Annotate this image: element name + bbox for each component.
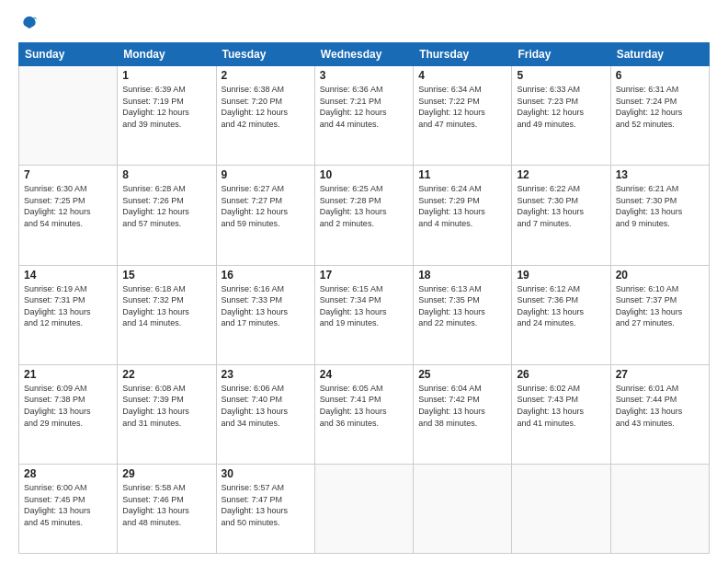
day-info: Sunrise: 6:00 AM Sunset: 7:45 PM Dayligh… [24,482,112,528]
calendar-cell: 8Sunrise: 6:28 AM Sunset: 7:26 PM Daylig… [118,166,216,265]
calendar-cell [19,66,118,166]
day-number: 1 [122,69,210,82]
calendar-table: SundayMondayTuesdayWednesdayThursdayFrid… [18,42,710,554]
calendar-cell [512,465,610,554]
day-info: Sunrise: 5:58 AM Sunset: 7:46 PM Dayligh… [122,482,210,528]
day-number: 26 [517,368,605,381]
weekday-header-saturday: Saturday [610,43,709,66]
day-number: 17 [320,269,408,282]
day-number: 12 [517,168,605,181]
day-number: 28 [24,467,112,480]
day-info: Sunrise: 6:04 AM Sunset: 7:42 PM Dayligh… [418,383,506,429]
day-info: Sunrise: 6:01 AM Sunset: 7:44 PM Dayligh… [616,383,704,429]
day-number: 18 [418,269,506,282]
weekday-header-row: SundayMondayTuesdayWednesdayThursdayFrid… [19,43,710,66]
weekday-header-tuesday: Tuesday [216,43,314,66]
day-number: 5 [517,69,605,82]
day-info: Sunrise: 6:08 AM Sunset: 7:39 PM Dayligh… [122,383,210,429]
day-number: 21 [24,368,112,381]
calendar-cell: 6Sunrise: 6:31 AM Sunset: 7:24 PM Daylig… [610,66,709,166]
day-number: 24 [320,368,408,381]
day-info: Sunrise: 6:39 AM Sunset: 7:19 PM Dayligh… [122,84,210,130]
logo-bird-icon [20,15,39,33]
calendar-cell: 19Sunrise: 6:12 AM Sunset: 7:36 PM Dayli… [512,265,610,364]
day-info: Sunrise: 6:10 AM Sunset: 7:37 PM Dayligh… [616,283,704,329]
calendar-cell [610,465,709,554]
calendar-cell: 5Sunrise: 6:33 AM Sunset: 7:23 PM Daylig… [512,66,610,166]
calendar-cell [414,465,512,554]
calendar-cell: 13Sunrise: 6:21 AM Sunset: 7:30 PM Dayli… [610,166,709,265]
day-info: Sunrise: 6:19 AM Sunset: 7:31 PM Dayligh… [24,283,112,329]
day-number: 10 [320,168,408,181]
day-number: 3 [320,69,408,82]
day-number: 20 [616,269,704,282]
day-number: 2 [222,69,310,82]
calendar-cell [314,465,413,554]
day-info: Sunrise: 6:15 AM Sunset: 7:34 PM Dayligh… [320,283,408,329]
day-info: Sunrise: 6:34 AM Sunset: 7:22 PM Dayligh… [418,84,506,130]
calendar-cell: 12Sunrise: 6:22 AM Sunset: 7:30 PM Dayli… [512,166,610,265]
day-info: Sunrise: 6:31 AM Sunset: 7:24 PM Dayligh… [616,84,704,130]
day-number: 23 [222,368,310,381]
week-row-3: 14Sunrise: 6:19 AM Sunset: 7:31 PM Dayli… [19,265,710,364]
calendar-cell: 9Sunrise: 6:27 AM Sunset: 7:27 PM Daylig… [216,166,314,265]
day-number: 8 [122,168,210,181]
calendar-cell: 30Sunrise: 5:57 AM Sunset: 7:47 PM Dayli… [216,465,314,554]
week-row-2: 7Sunrise: 6:30 AM Sunset: 7:25 PM Daylig… [19,166,710,265]
weekday-header-friday: Friday [512,43,610,66]
weekday-header-monday: Monday [118,43,216,66]
calendar-cell: 3Sunrise: 6:36 AM Sunset: 7:21 PM Daylig… [314,66,413,166]
day-info: Sunrise: 6:38 AM Sunset: 7:20 PM Dayligh… [222,84,310,130]
day-number: 14 [24,269,112,282]
calendar-cell: 1Sunrise: 6:39 AM Sunset: 7:19 PM Daylig… [118,66,216,166]
calendar-cell: 27Sunrise: 6:01 AM Sunset: 7:44 PM Dayli… [610,364,709,464]
day-info: Sunrise: 6:05 AM Sunset: 7:41 PM Dayligh… [320,383,408,429]
day-info: Sunrise: 6:36 AM Sunset: 7:21 PM Dayligh… [320,84,408,130]
day-info: Sunrise: 6:27 AM Sunset: 7:27 PM Dayligh… [222,183,310,229]
calendar-cell: 25Sunrise: 6:04 AM Sunset: 7:42 PM Dayli… [414,364,512,464]
week-row-4: 21Sunrise: 6:09 AM Sunset: 7:38 PM Dayli… [19,364,710,464]
day-number: 16 [222,269,310,282]
day-info: Sunrise: 6:33 AM Sunset: 7:23 PM Dayligh… [517,84,605,130]
calendar-cell: 23Sunrise: 6:06 AM Sunset: 7:40 PM Dayli… [216,364,314,464]
day-info: Sunrise: 5:57 AM Sunset: 7:47 PM Dayligh… [222,482,310,528]
calendar-cell: 10Sunrise: 6:25 AM Sunset: 7:28 PM Dayli… [314,166,413,265]
day-number: 15 [122,269,210,282]
weekday-header-thursday: Thursday [414,43,512,66]
day-info: Sunrise: 6:28 AM Sunset: 7:26 PM Dayligh… [122,183,210,229]
calendar-cell: 15Sunrise: 6:18 AM Sunset: 7:32 PM Dayli… [118,265,216,364]
day-number: 30 [222,467,310,480]
day-info: Sunrise: 6:02 AM Sunset: 7:43 PM Dayligh… [517,383,605,429]
day-number: 27 [616,368,704,381]
day-info: Sunrise: 6:16 AM Sunset: 7:33 PM Dayligh… [222,283,310,329]
day-number: 13 [616,168,704,181]
day-info: Sunrise: 6:18 AM Sunset: 7:32 PM Dayligh… [122,283,210,329]
day-info: Sunrise: 6:09 AM Sunset: 7:38 PM Dayligh… [24,383,112,429]
calendar-cell: 26Sunrise: 6:02 AM Sunset: 7:43 PM Dayli… [512,364,610,464]
day-number: 25 [418,368,506,381]
day-info: Sunrise: 6:06 AM Sunset: 7:40 PM Dayligh… [222,383,310,429]
day-number: 19 [517,269,605,282]
calendar-cell: 22Sunrise: 6:08 AM Sunset: 7:39 PM Dayli… [118,364,216,464]
calendar-cell: 2Sunrise: 6:38 AM Sunset: 7:20 PM Daylig… [216,66,314,166]
day-info: Sunrise: 6:22 AM Sunset: 7:30 PM Dayligh… [517,183,605,229]
calendar-cell: 7Sunrise: 6:30 AM Sunset: 7:25 PM Daylig… [19,166,118,265]
calendar-cell: 17Sunrise: 6:15 AM Sunset: 7:34 PM Dayli… [314,265,413,364]
weekday-header-wednesday: Wednesday [314,43,413,66]
calendar-cell: 11Sunrise: 6:24 AM Sunset: 7:29 PM Dayli… [414,166,512,265]
calendar-cell: 29Sunrise: 5:58 AM Sunset: 7:46 PM Dayli… [118,465,216,554]
week-row-5: 28Sunrise: 6:00 AM Sunset: 7:45 PM Dayli… [19,465,710,554]
day-info: Sunrise: 6:12 AM Sunset: 7:36 PM Dayligh… [517,283,605,329]
logo [18,15,39,33]
calendar-cell: 28Sunrise: 6:00 AM Sunset: 7:45 PM Dayli… [19,465,118,554]
header [18,15,710,33]
day-number: 22 [122,368,210,381]
day-info: Sunrise: 6:13 AM Sunset: 7:35 PM Dayligh… [418,283,506,329]
calendar-cell: 14Sunrise: 6:19 AM Sunset: 7:31 PM Dayli… [19,265,118,364]
calendar-cell: 18Sunrise: 6:13 AM Sunset: 7:35 PM Dayli… [414,265,512,364]
day-number: 29 [122,467,210,480]
day-info: Sunrise: 6:21 AM Sunset: 7:30 PM Dayligh… [616,183,704,229]
day-info: Sunrise: 6:30 AM Sunset: 7:25 PM Dayligh… [24,183,112,229]
day-number: 11 [418,168,506,181]
day-number: 4 [418,69,506,82]
